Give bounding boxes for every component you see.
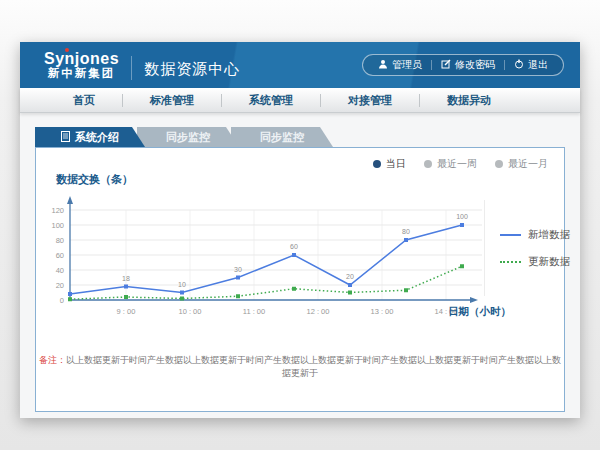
main-nav: 首页 标准管理 系统管理 对接管理 数据异动 [20,88,580,113]
series-line-更新数据 [70,266,462,299]
radio-option-last-month-label: 最近一月 [508,157,548,171]
radio-option-last-month[interactable]: 最近一月 [495,157,548,171]
legend-new-data-label: 新增数据 [528,228,570,242]
data-point [404,238,408,242]
tab-sync-monitor-2[interactable]: 同步监控 [231,127,333,147]
footnote-label: 备注： [39,355,66,365]
data-point [180,291,184,295]
x-tick-label: 11 : 00 [243,307,265,316]
data-point [124,295,128,299]
legend-item-new-data[interactable]: 新增数据 [500,228,570,242]
user-menu-admin[interactable]: 管理员 [369,58,431,72]
nav-item-data-change[interactable]: 数据异动 [420,93,518,108]
radio-dot [424,160,432,168]
y-tick-label: 20 [56,281,64,290]
y-tick-label: 40 [56,266,64,275]
edit-icon [441,59,451,71]
radio-option-today[interactable]: 当日 [373,157,406,171]
nav-item-system-mgmt[interactable]: 系统管理 [222,93,320,108]
tab-sync-monitor-1[interactable]: 同步监控 [137,127,239,147]
radio-dot [495,160,503,168]
y-tick-label: 100 [51,221,64,230]
data-point [68,297,72,301]
radio-option-last-week[interactable]: 最近一周 [424,157,477,171]
y-tick-label: 0 [60,296,64,305]
change-password-label: 修改密码 [455,58,495,72]
data-point [292,287,296,291]
data-point [460,223,464,227]
nav-item-standard-mgmt[interactable]: 标准管理 [123,93,221,108]
user-icon [378,59,388,71]
legend-item-updated-data[interactable]: 更新数据 [500,255,570,269]
document-icon [61,131,70,144]
data-point-label: 18 [122,275,130,282]
x-tick-label: 10 : 00 [179,307,202,316]
data-point-label: 20 [346,273,354,280]
chart-panel: 当日 最近一周 最近一月 数据交换（条） 0204060801001209 : … [35,147,565,412]
nav-item-home[interactable]: 首页 [46,93,122,108]
x-tick-label: 13 : 00 [371,307,394,316]
header: Synjones 新中新集团 数据资源中心 管理员 修改密码 [20,42,580,88]
tab-system-intro[interactable]: 系统介绍 [35,127,145,147]
tab-sync-monitor-1-label: 同步监控 [166,130,210,145]
time-range-options: 当日 最近一周 最近一月 [373,157,548,171]
y-tick-label: 120 [51,206,64,215]
line-chart: 0204060801001209 : 0010 : 0011 : 0012 : … [46,188,498,328]
data-point-label: 10 [178,281,186,288]
data-point [68,292,72,296]
series-line-新增数据 [70,225,462,294]
data-point [124,285,128,289]
legend-line-dotted [500,261,521,263]
data-point [348,291,352,295]
radio-option-today-label: 当日 [386,157,406,171]
logout-icon [514,59,524,71]
footnote: 备注：以上数据更新于时间产生数据以上数据更新于时间产生数据以上数据更新于时间产生… [36,354,564,380]
data-point-label: 80 [402,228,410,235]
radio-option-last-week-label: 最近一周 [437,157,477,171]
data-point [404,288,408,292]
legend-updated-data-label: 更新数据 [528,255,570,269]
tab-system-intro-label: 系统介绍 [75,130,119,145]
user-menu-admin-label: 管理员 [392,58,422,72]
chart-legend: 新增数据 更新数据 [484,200,570,296]
legend-line-solid [500,234,521,236]
data-point [180,297,184,301]
y-axis-arrow [67,196,73,204]
y-tick-label: 80 [56,236,64,245]
logo-company-text: 新中新集团 [44,67,119,80]
nav-item-interface-mgmt[interactable]: 对接管理 [321,93,419,108]
app-window: Synjones 新中新集团 数据资源中心 管理员 修改密码 [20,42,580,418]
change-password-button[interactable]: 修改密码 [432,58,504,72]
brand-logo: Synjones 新中新集团 [44,50,119,80]
radio-dot [373,160,381,168]
x-axis-arrow [470,297,478,303]
x-axis-title: 日期（小时） [448,305,511,319]
data-point [348,283,352,287]
data-point [460,264,464,268]
y-axis-title: 数据交换（条） [56,172,133,187]
data-point-label: 30 [234,266,242,273]
x-tick-label: 9 : 00 [117,307,136,316]
logo-brand-text: Synjones [44,50,119,68]
data-point [236,294,240,298]
data-point [236,276,240,280]
user-menu: 管理员 修改密码 退出 [362,54,564,76]
logo-accent-dot [65,48,69,52]
x-tick-label: 12 : 00 [307,307,330,316]
page-title: 数据资源中心 [144,60,240,79]
footnote-text: 以上数据更新于时间产生数据以上数据更新于时间产生数据以上数据更新于时间产生数据以… [66,355,561,378]
header-divider [131,56,132,80]
tab-sync-monitor-2-label: 同步监控 [260,130,304,145]
tab-bar: 系统介绍 同步监控 同步监控 [35,127,580,147]
y-tick-label: 60 [56,251,64,260]
logout-button[interactable]: 退出 [505,58,557,72]
data-point-label: 60 [290,243,298,250]
data-point [292,253,296,257]
data-point-label: 100 [456,213,468,220]
logout-label: 退出 [528,58,548,72]
